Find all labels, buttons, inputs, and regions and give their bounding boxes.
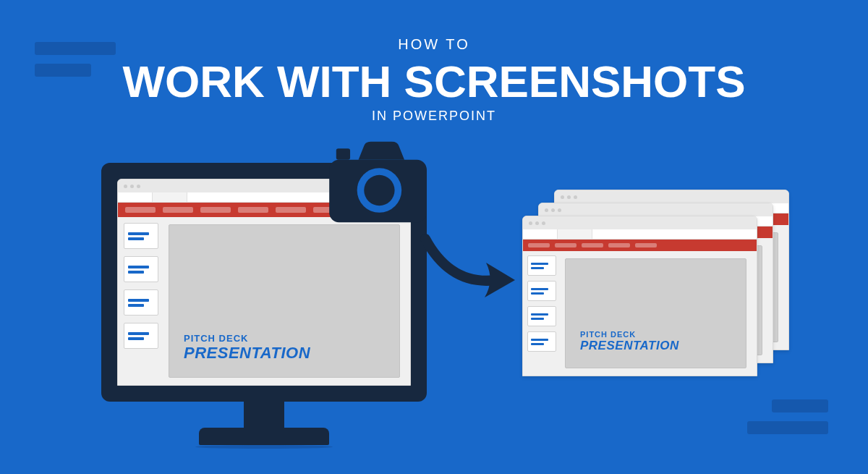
stacked-window: PITCH DECK PRESENTATION	[522, 216, 757, 376]
svg-rect-1	[336, 148, 350, 159]
window-body: PITCH DECK PRESENTATION	[118, 217, 410, 385]
slide-canvas: PITCH DECK PRESENTATION	[169, 224, 400, 378]
heading-title: WORK WITH SCREENSHOTS	[0, 56, 868, 107]
svg-point-3	[364, 175, 394, 206]
slide-thumbnails	[118, 217, 164, 385]
thumbnail	[124, 323, 158, 349]
slide-subtitle: PITCH DECK	[184, 333, 385, 344]
slide-subtitle: PITCH DECK	[580, 330, 731, 339]
heading-post: IN POWERPOINT	[0, 109, 868, 124]
thumbnail	[124, 223, 158, 249]
heading-pre: HOW TO	[0, 36, 868, 53]
slide-canvas: PITCH DECK PRESENTATION	[565, 258, 746, 368]
camera-icon	[322, 136, 434, 227]
monitor-stand-neck	[244, 402, 284, 428]
thumbnail	[124, 256, 158, 282]
main-heading: HOW TO WORK WITH SCREENSHOTS IN POWERPOI…	[0, 36, 868, 124]
decor-bottom-right	[747, 391, 828, 434]
thumbnail	[124, 289, 158, 316]
slide-title: PRESENTATION	[580, 339, 731, 353]
monitor-stand-base	[199, 428, 329, 445]
arrow-right-icon	[418, 228, 519, 308]
slide-title: PRESENTATION	[184, 344, 385, 363]
window-stack: PITCH DECK PRESENTATION	[522, 190, 790, 378]
slide-editor: PITCH DECK PRESENTATION	[164, 217, 410, 385]
